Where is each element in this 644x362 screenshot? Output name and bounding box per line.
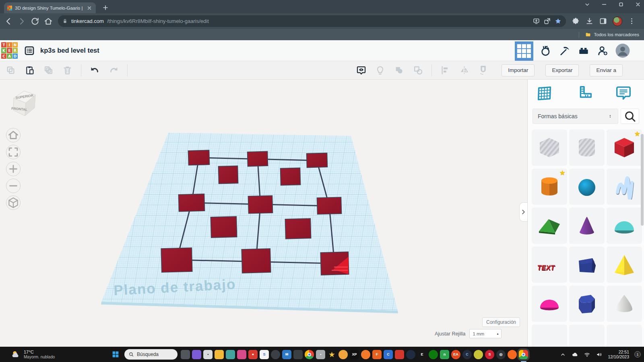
taskbar-app-paint-app[interactable] xyxy=(237,350,246,359)
viewcube-front-label[interactable]: FRONTAL xyxy=(11,106,28,111)
duplicate-icon[interactable] xyxy=(43,65,54,76)
address-bar[interactable]: tinkercad.com /things/kv6Rr8Mbilf-shiny-… xyxy=(58,15,566,27)
bed-level-pad[interactable] xyxy=(248,195,272,214)
taskbar-app-brave-orange-app[interactable] xyxy=(508,350,517,359)
group-icon[interactable] xyxy=(394,65,405,76)
taskbar-app-app-red-dot[interactable]: ● xyxy=(248,350,258,359)
viewport-3d[interactable]: Plano de trabajo SUPERIOR FRONTAL Config… xyxy=(0,80,527,347)
taskbar-app-steam[interactable] xyxy=(406,350,415,359)
workplane-tool-icon[interactable] xyxy=(536,84,554,102)
window-minimize-button[interactable] xyxy=(601,1,608,8)
taskbar-app-medal-app[interactable] xyxy=(339,350,348,359)
shape-tile-box-transparent[interactable] xyxy=(532,130,567,166)
side-panel-icon[interactable] xyxy=(599,17,607,25)
shape-tile-paraboloid-white[interactable] xyxy=(607,286,642,322)
taskbar-app-app-faint[interactable] xyxy=(293,350,303,359)
taskbar-clock[interactable]: 22:51 12/10/2023 xyxy=(608,350,629,360)
tab-close-icon[interactable] xyxy=(86,5,93,11)
browser-tab[interactable]: 3D design Shiny Tumelo-Gaaris | Ti xyxy=(4,2,96,13)
bed-level-pad[interactable] xyxy=(317,197,341,214)
perspective-toggle-button[interactable] xyxy=(6,195,21,210)
sim-lab-icon[interactable] xyxy=(539,44,552,57)
taskbar-app-c-dark-app[interactable]: C xyxy=(462,350,472,359)
settings-button[interactable]: Configuración xyxy=(482,317,520,327)
window-close-button[interactable] xyxy=(634,1,642,8)
bookmark-star-icon[interactable] xyxy=(554,17,562,25)
shape-tile-hemisphere-pink[interactable] xyxy=(532,286,567,322)
start-button[interactable] xyxy=(111,350,120,359)
shape-tile-roof-green[interactable] xyxy=(532,208,567,244)
bed-level-pad[interactable] xyxy=(280,168,300,185)
taskbar-app-s-red-app[interactable]: S xyxy=(485,350,494,359)
tinkercad-logo[interactable]: TINKERCAD xyxy=(1,42,18,59)
back-button[interactable] xyxy=(4,16,13,26)
minecraft-export-icon[interactable] xyxy=(558,44,571,57)
taskbar-app-n-green-app[interactable]: n xyxy=(440,350,449,359)
shape-tile-scribble-lightblue[interactable] xyxy=(607,169,642,205)
taskbar-app-red-character-app[interactable] xyxy=(395,350,404,359)
magnet-icon[interactable] xyxy=(478,65,489,76)
shape-tile-pyramid-yellow[interactable] xyxy=(607,247,642,283)
shape-tile-hexprism-navy[interactable] xyxy=(569,286,605,322)
onedrive-cloud-icon[interactable] xyxy=(572,351,578,358)
taskbar-app-xppen[interactable]: XP xyxy=(350,350,359,359)
share-icon[interactable] xyxy=(543,17,551,25)
shape-tile-partial[interactable] xyxy=(532,325,567,347)
taskbar-weather-widget[interactable]: 17°C Mayorm. nublado xyxy=(10,349,71,360)
view-home-button[interactable] xyxy=(6,128,21,142)
shape-tile-cylinder-transparent[interactable] xyxy=(569,130,605,166)
taskbar-app-ea[interactable]: EA xyxy=(451,350,460,359)
snap-grid-select[interactable]: 1 mm ▴ xyxy=(469,329,502,338)
notification-badge[interactable]: 1 xyxy=(634,351,641,358)
taskbar-app-file-explorer[interactable] xyxy=(215,350,224,359)
window-maximize-button[interactable] xyxy=(617,1,625,8)
paste-icon[interactable] xyxy=(24,65,35,76)
bed-level-pad[interactable] xyxy=(248,151,268,166)
taskbar-app-mail[interactable]: ✉ xyxy=(282,350,291,359)
hidden-objects-icon[interactable] xyxy=(375,65,386,76)
extensions-icon[interactable] xyxy=(572,17,580,25)
shape-tile-text-red[interactable]: TEXTTEXT xyxy=(532,247,567,283)
shape-tile-cone-purple[interactable] xyxy=(569,208,605,244)
reload-button[interactable] xyxy=(30,16,40,26)
view-cube[interactable]: SUPERIOR FRONTAL xyxy=(9,84,41,121)
mirror-icon[interactable] xyxy=(459,65,470,76)
bed-level-pad[interactable] xyxy=(218,166,238,183)
taskbar-app-task-view[interactable] xyxy=(181,350,190,359)
fit-view-button[interactable] xyxy=(6,145,21,159)
invite-collaborator-icon[interactable] xyxy=(596,44,609,57)
shape-search-button[interactable] xyxy=(621,109,639,124)
taskbar-app-microsoft-store[interactable]: S xyxy=(260,350,269,359)
taskbar-app-blender[interactable] xyxy=(361,350,370,359)
notes-tool-icon[interactable] xyxy=(614,84,633,102)
taskbar-app-chrome[interactable] xyxy=(305,350,314,359)
all-bookmarks-label[interactable]: Todos los marcadores xyxy=(594,32,640,37)
taskbar-app-f-book[interactable]: F xyxy=(372,350,382,359)
taskbar-app-roblox-studio[interactable]: ▪ xyxy=(203,350,213,359)
shape-tile-cylinder-orange[interactable]: ★ xyxy=(532,169,567,205)
shape-tile-sphere-blue[interactable] xyxy=(569,169,605,205)
bed-level-pad[interactable] xyxy=(188,150,210,165)
zoom-out-button[interactable] xyxy=(6,179,21,193)
downloads-icon[interactable] xyxy=(585,17,594,25)
install-app-icon[interactable] xyxy=(533,17,540,25)
export-button[interactable]: Exportar xyxy=(545,64,579,76)
taskbar-app-obs[interactable]: ◎ xyxy=(496,350,506,359)
tab-search-chevron-icon[interactable] xyxy=(584,1,591,8)
delete-icon[interactable] xyxy=(62,65,73,76)
home-button[interactable] xyxy=(43,16,53,26)
shape-tile-partial[interactable] xyxy=(569,325,605,347)
bed-level-pad[interactable] xyxy=(178,194,204,212)
taskbar-app-chrome-active[interactable] xyxy=(519,350,528,359)
sidebar-collapse-handle[interactable] xyxy=(519,202,527,222)
taskbar-app-star-app[interactable]: ★ xyxy=(327,350,336,359)
shape-tile-box-red[interactable]: ★ xyxy=(607,130,642,166)
design-properties-icon[interactable] xyxy=(23,45,35,57)
undo-icon[interactable] xyxy=(89,65,100,76)
sidebar-scrollbar[interactable] xyxy=(641,134,644,226)
tinkercad-profile-avatar[interactable] xyxy=(615,43,630,58)
shape-tile-dome-teal[interactable] xyxy=(607,208,642,244)
ungroup-icon[interactable] xyxy=(413,65,423,76)
zoom-in-button[interactable] xyxy=(6,162,21,176)
workplane-scene[interactable]: Plano de trabajo xyxy=(0,80,521,347)
